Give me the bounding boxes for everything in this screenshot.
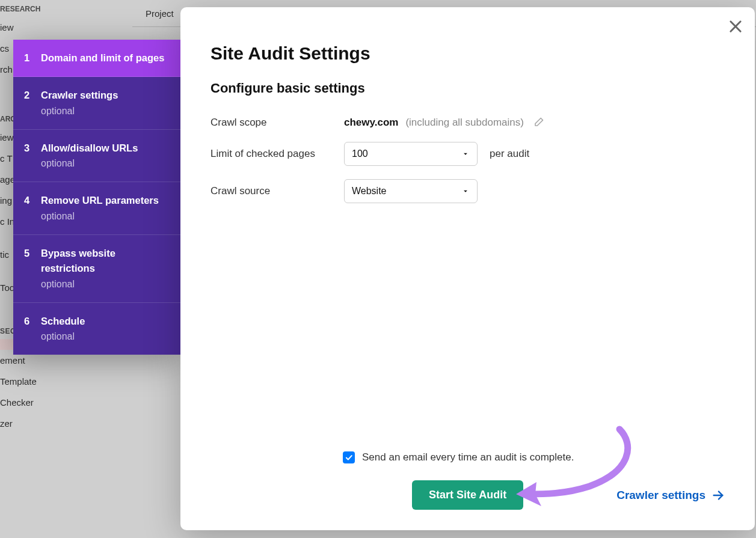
chevron-down-icon xyxy=(461,150,470,158)
crawl-scope-label: Crawl scope xyxy=(211,117,344,129)
limit-suffix: per audit xyxy=(490,148,529,160)
step-number: 5 xyxy=(24,246,41,261)
step-2[interactable]: 2Crawler settingsoptional xyxy=(13,77,180,130)
step-title: Bypass website restrictions xyxy=(41,246,167,276)
step-title: Allow/disallow URLs xyxy=(41,141,167,156)
step-number: 3 xyxy=(24,141,41,156)
site-audit-settings-modal: Site Audit Settings Configure basic sett… xyxy=(180,7,755,530)
step-optional-label: optional xyxy=(41,156,167,171)
settings-stepper: 1Domain and limit of pages2Crawler setti… xyxy=(13,40,180,355)
field-crawl-scope: Crawl scope chewy.com (including all sub… xyxy=(211,117,725,129)
close-icon[interactable] xyxy=(727,18,744,35)
start-site-audit-button[interactable]: Start Site Audit xyxy=(412,480,523,510)
step-title: Schedule xyxy=(41,314,167,329)
step-title: Domain and limit of pages xyxy=(41,50,167,66)
step-optional-label: optional xyxy=(41,277,167,292)
email-label: Send an email every time an audit is com… xyxy=(362,451,574,463)
step-optional-label: optional xyxy=(41,329,167,344)
modal-footer: Send an email every time an audit is com… xyxy=(211,451,725,510)
limit-label: Limit of checked pages xyxy=(211,148,344,160)
chevron-down-icon xyxy=(461,187,470,195)
limit-select[interactable]: 100 xyxy=(344,142,478,166)
modal-title: Site Audit Settings xyxy=(211,43,725,64)
step-title: Remove URL parameters xyxy=(41,193,167,208)
source-select[interactable]: Website xyxy=(344,179,478,203)
step-3[interactable]: 3Allow/disallow URLsoptional xyxy=(13,130,180,183)
crawl-scope-domain: chewy.com xyxy=(344,117,398,129)
email-checkbox[interactable] xyxy=(343,451,355,463)
step-number: 1 xyxy=(24,50,41,66)
modal-subtitle: Configure basic settings xyxy=(211,81,725,96)
crawl-scope-note: (including all subdomains) xyxy=(405,117,524,129)
field-limit: Limit of checked pages 100 per audit xyxy=(211,142,725,166)
step-4[interactable]: 4Remove URL parametersoptional xyxy=(13,182,180,235)
limit-select-value: 100 xyxy=(352,148,368,159)
step-optional-label: optional xyxy=(41,209,167,224)
step-number: 2 xyxy=(24,88,41,103)
source-select-value: Website xyxy=(352,186,387,197)
crawler-settings-link[interactable]: Crawler settings xyxy=(616,489,725,502)
step-optional-label: optional xyxy=(41,104,167,118)
arrow-right-icon xyxy=(711,489,725,502)
email-notify-row: Send an email every time an audit is com… xyxy=(211,451,725,463)
step-1[interactable]: 1Domain and limit of pages xyxy=(13,40,180,77)
step-title: Crawler settings xyxy=(41,88,167,103)
field-source: Crawl source Website xyxy=(211,179,725,203)
pencil-icon[interactable] xyxy=(532,117,544,129)
step-number: 6 xyxy=(24,314,41,329)
source-label: Crawl source xyxy=(211,185,344,197)
step-5[interactable]: 5Bypass website restrictionsoptional xyxy=(13,235,180,303)
next-link-label: Crawler settings xyxy=(616,489,705,502)
step-6[interactable]: 6Scheduleoptional xyxy=(13,303,180,355)
step-number: 4 xyxy=(24,193,41,208)
